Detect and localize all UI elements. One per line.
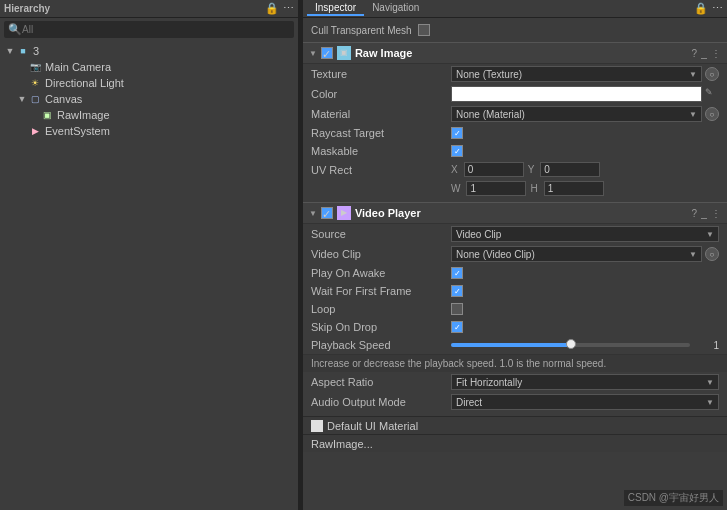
list-item[interactable]: 📷 Main Camera: [0, 59, 298, 75]
rawimage-enabled-toggle[interactable]: ✓: [321, 47, 333, 59]
skip-on-drop-value: ✓: [451, 321, 719, 333]
raycast-target-value: ✓: [451, 127, 719, 139]
tab-lock-icon[interactable]: 🔒: [694, 2, 708, 15]
play-on-awake-checkbox[interactable]: ✓: [451, 267, 463, 279]
comp-expand-arrow[interactable]: ▼: [309, 49, 317, 58]
material-select-btn[interactable]: ○: [705, 107, 719, 121]
list-item[interactable]: ☀ Directional Light: [0, 75, 298, 91]
cull-checkbox[interactable]: [418, 24, 430, 36]
material-dropdown[interactable]: None (Material) ▼: [451, 106, 702, 122]
play-on-awake-row: Play On Awake ✓: [303, 264, 727, 282]
list-item[interactable]: ▼ ▢ Canvas: [0, 91, 298, 107]
maskable-row: Maskable ✓: [303, 142, 727, 160]
loop-checkbox[interactable]: [451, 303, 463, 315]
maskable-checkbox[interactable]: ✓: [451, 145, 463, 157]
hierarchy-item-label: Main Camera: [45, 61, 111, 73]
video-clip-dropdown-value: None (Video Clip): [456, 249, 535, 260]
uv-rect-w[interactable]: [466, 181, 526, 196]
vp-enabled-toggle[interactable]: ✓: [321, 207, 333, 219]
source-dropdown[interactable]: Video Clip ▼: [451, 226, 719, 242]
search-input[interactable]: [22, 24, 290, 35]
eventsystem-icon: ▶: [28, 124, 42, 138]
hierarchy-header: Hierarchy 🔒 ⋯: [0, 0, 298, 18]
rawimage-title: Raw Image: [355, 47, 692, 59]
wait-for-first-frame-checkbox[interactable]: ✓: [451, 285, 463, 297]
list-item[interactable]: ▼ ■ 3: [0, 43, 298, 59]
audio-output-mode-dropdown[interactable]: Direct ▼: [451, 394, 719, 410]
audio-output-mode-value: Direct ▼: [451, 394, 719, 410]
preset-icon[interactable]: ⎯: [701, 48, 707, 59]
tab-menu-icon[interactable]: ⋯: [712, 2, 723, 15]
slider-thumb: [566, 339, 576, 349]
texture-dropdown-value: None (Texture): [456, 69, 522, 80]
tab-inspector[interactable]: Inspector: [307, 1, 364, 16]
uv-rect-x[interactable]: [464, 162, 524, 177]
cull-label: Cull Transparent Mesh: [311, 25, 412, 36]
playback-speed-info: Increase or decrease the playback speed.…: [303, 354, 727, 372]
light-icon: ☀: [28, 76, 42, 90]
texture-dropdown-arrow: ▼: [689, 70, 697, 79]
inspector-content: Cull Transparent Mesh ▼ ✓ ▣ Raw Image ? …: [303, 18, 727, 510]
overflow-icon[interactable]: ⋮: [711, 48, 721, 59]
texture-dropdown[interactable]: None (Texture) ▼: [451, 66, 702, 82]
uv-rect-y[interactable]: [540, 162, 600, 177]
vp-overflow-icon[interactable]: ⋮: [711, 208, 721, 219]
list-item[interactable]: ▣ RawImage: [0, 107, 298, 123]
scene-icon: ■: [16, 44, 30, 58]
default-material-label: Default UI Material: [327, 420, 418, 432]
inspector-panel: Inspector Navigation 🔒 ⋯ Cull Transparen…: [303, 0, 727, 510]
playback-speed-value: 1: [451, 340, 719, 351]
videoplayer-component: ▼ ✓ ▶ Video Player ? ⎯ ⋮ Source Video Cl…: [303, 202, 727, 412]
vp-comp-icon: ▶: [337, 206, 351, 220]
vp-expand-arrow[interactable]: ▼: [309, 209, 317, 218]
maskable-value: ✓: [451, 145, 719, 157]
uv-rect-value: X Y: [451, 162, 719, 177]
aspect-ratio-dropdown[interactable]: Fit Horizontally ▼: [451, 374, 719, 390]
wait-for-first-frame-row: Wait For First Frame ✓: [303, 282, 727, 300]
y-label: Y: [528, 164, 535, 175]
color-picker[interactable]: [451, 86, 702, 102]
video-clip-dropdown[interactable]: None (Video Clip) ▼: [451, 246, 702, 262]
aspect-ratio-value: Fit Horizontally ▼: [451, 374, 719, 390]
aspect-ratio-label: Aspect Ratio: [311, 376, 451, 388]
aspect-ratio-dropdown-value: Fit Horizontally: [456, 377, 522, 388]
list-item[interactable]: ▶ EventSystem: [0, 123, 298, 139]
hierarchy-item-label: RawImage: [57, 109, 110, 121]
texture-value: None (Texture) ▼ ○: [451, 66, 719, 82]
texture-label: Texture: [311, 68, 451, 80]
audio-output-mode-dropdown-arrow: ▼: [706, 398, 714, 407]
source-value: Video Clip ▼: [451, 226, 719, 242]
help-icon[interactable]: ?: [691, 48, 697, 59]
rawimage-icon: ▣: [40, 108, 54, 122]
texture-select-btn[interactable]: ○: [705, 67, 719, 81]
color-row: Color ✎: [303, 84, 727, 104]
tab-navigation[interactable]: Navigation: [364, 1, 427, 16]
color-pencil-icon[interactable]: ✎: [705, 87, 719, 101]
skip-on-drop-checkbox[interactable]: ✓: [451, 321, 463, 333]
tab-icons: 🔒 ⋯: [694, 2, 723, 15]
hierarchy-lock-icon[interactable]: 🔒: [265, 2, 279, 15]
h-label: H: [530, 183, 537, 194]
vp-preset-icon[interactable]: ⎯: [701, 208, 707, 219]
hierarchy-item-label: Directional Light: [45, 77, 124, 89]
slider-track: [451, 343, 690, 347]
hierarchy-menu-icon[interactable]: ⋯: [283, 2, 294, 15]
search-bar[interactable]: 🔍: [4, 21, 294, 38]
uv-rect-h[interactable]: [544, 181, 604, 196]
slider-fill: [451, 343, 571, 347]
skip-on-drop-label: Skip On Drop: [311, 321, 451, 333]
material-dropdown-arrow: ▼: [689, 110, 697, 119]
tabs-bar: Inspector Navigation 🔒 ⋯: [303, 0, 727, 18]
skip-on-drop-row: Skip On Drop ✓: [303, 318, 727, 336]
wait-for-first-frame-value: ✓: [451, 285, 719, 297]
color-value: ✎: [451, 86, 719, 102]
loop-value: [451, 303, 719, 315]
vp-help-icon[interactable]: ?: [691, 208, 697, 219]
default-material-row: Default UI Material: [303, 416, 727, 434]
canvas-icon: ▢: [28, 92, 42, 106]
raycast-target-checkbox[interactable]: ✓: [451, 127, 463, 139]
video-clip-select-btn[interactable]: ○: [705, 247, 719, 261]
playback-speed-slider[interactable]: 1: [451, 340, 719, 351]
video-clip-value: None (Video Clip) ▼ ○: [451, 246, 719, 262]
source-dropdown-arrow: ▼: [706, 230, 714, 239]
